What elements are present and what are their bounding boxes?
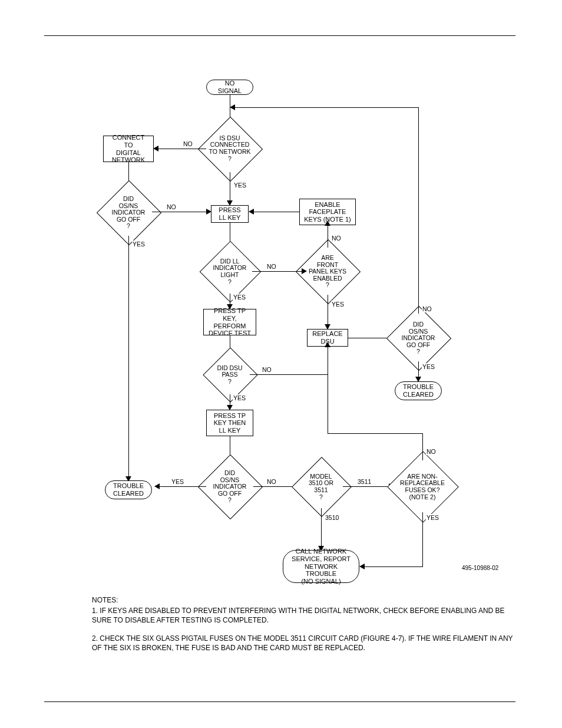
terminal-start: NO SIGNAL xyxy=(206,80,253,95)
decision-ll-light-text: DID LL INDICATOR LIGHT ? xyxy=(201,255,258,289)
bottom-rule xyxy=(44,701,515,702)
reference-number: 495-10988-02 xyxy=(462,565,498,571)
edge-3510: 3510 xyxy=(325,514,339,521)
process-tp-then-ll: PRESS TP KEY THEN LL KEY xyxy=(206,410,253,436)
process-tp-device-test: PRESS TP KEY, PERFORM DEVICE TEST xyxy=(203,309,256,335)
decision-dsu-pass-text: DID DSU PASS ? xyxy=(205,361,254,388)
edge-no-keysenab: NO xyxy=(331,235,342,242)
flowchart-page: NO SIGNAL IS DSU CONNECTED TO NETWORK ? … xyxy=(0,0,562,728)
edge-no-1: NO xyxy=(183,140,193,147)
decision-fuses-text: ARE NON- REPLACEABLE FUSES OK? (NOTE 2) xyxy=(388,467,457,506)
edge-yes-lllight: YES xyxy=(233,294,246,301)
notes-section: NOTES: 1. IF KEYS ARE DISABLED TO PREVEN… xyxy=(92,595,516,653)
note-1: 1. IF KEYS ARE DISABLED TO PREVENT INTER… xyxy=(92,606,516,625)
edge-no-osns2: NO xyxy=(422,305,432,312)
edge-yes-osns3: YES xyxy=(171,478,184,485)
edge-no-lllight: NO xyxy=(266,263,277,270)
edge-yes-osns1: YES xyxy=(132,241,146,248)
terminal-trouble-cleared-2: TROUBLE CLEARED xyxy=(395,381,442,400)
edge-yes-dsupass: YES xyxy=(233,394,246,401)
terminal-trouble-cleared-1: TROUBLE CLEARED xyxy=(105,480,152,499)
edge-no-osns1: NO xyxy=(166,203,177,210)
process-press-ll: PRESS LL KEY xyxy=(211,205,249,223)
decision-keys-enabled-text: ARE FRONT PANEL KEYS ENABLED ? xyxy=(298,252,357,291)
edge-yes-keysenab: YES xyxy=(331,301,345,308)
edge-no-osns3: NO xyxy=(266,478,277,485)
decision-dsu-connected-text: IS DSU CONNECTED TO NETWORK ? xyxy=(200,131,259,166)
decision-osns-1-text: DID OS/NS INDICATOR GO OFF ? xyxy=(99,193,158,232)
terminal-start-label: NO SIGNAL xyxy=(213,80,247,94)
edge-yes-osns2: YES xyxy=(422,363,435,370)
edge-no-fuses: NO xyxy=(426,448,437,455)
process-connect-network: CONNECT TO DIGITAL NETWORK xyxy=(103,136,154,162)
note-2: 2. CHECK THE SIX GLASS PIGTAIL FUSES ON … xyxy=(92,634,516,653)
decision-osns-2-text: DID OS/NS INDICATOR GO OFF ? xyxy=(389,319,448,358)
edge-yes-connected: YES xyxy=(233,182,247,189)
decision-osns-3-text: DID OS/NS INDICATOR GO OFF ? xyxy=(200,467,259,506)
notes-heading: NOTES: xyxy=(92,595,516,605)
top-rule xyxy=(44,35,515,36)
decision-model-text: MODEL 3510 OR 3511 ? xyxy=(293,470,349,503)
edge-3511: 3511 xyxy=(357,478,372,485)
edge-yes-fuses: YES xyxy=(426,514,439,521)
edge-no-dsupass: NO xyxy=(262,366,272,373)
terminal-call-network: CALL NETWORK SERVICE, REPORT NETWORK TRO… xyxy=(283,550,359,583)
